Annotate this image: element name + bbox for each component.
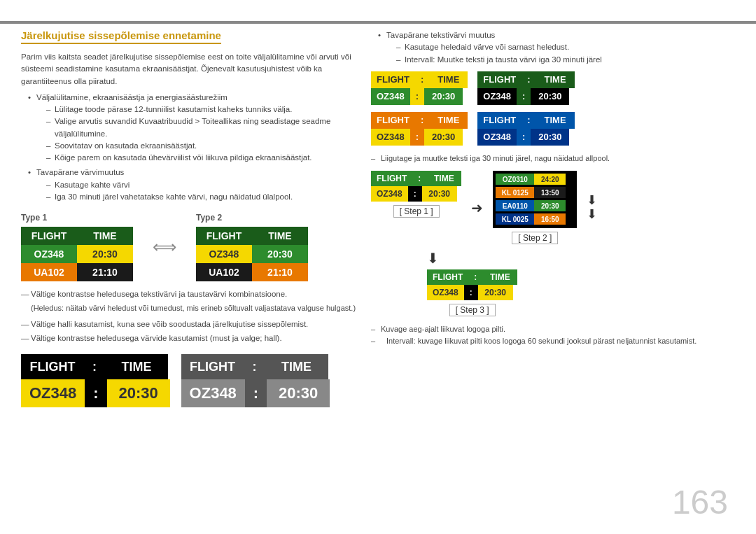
scroll-row-3: EA0110 20:30 <box>496 199 574 212</box>
gb-header-flight: FLIGHT <box>181 354 244 379</box>
gb-oz348: OZ348 <box>181 379 245 407</box>
s3-sep: : <box>464 285 478 300</box>
step2-block: OZ0310 24:20 KL 0125 13:50 EA0110 20:30 … <box>493 171 577 244</box>
rb4-h-time: TIME <box>536 112 575 129</box>
rb4-sep: : <box>517 129 531 146</box>
large-board-black: FLIGHT : TIME OZ348 : 20:30 <box>21 354 170 407</box>
rb1-h-flight: FLIGHT <box>371 71 415 88</box>
step1-board: FLIGHT : TIME OZ348 : 20:30 <box>371 171 461 202</box>
right-board-3: FLIGHT : TIME OZ348 : 20:30 <box>371 112 468 146</box>
step2-scroll-board: OZ0310 24:20 KL 0125 13:50 EA0110 20:30 … <box>493 171 577 228</box>
lb-header-flight: FLIGHT <box>21 354 84 379</box>
sub-list-2: Kasutage kahte värvi Iga 30 minuti järel… <box>36 179 357 204</box>
sc3-flight: EA0110 <box>496 200 534 211</box>
right-board-2: FLIGHT : TIME OZ348 : 20:30 <box>477 71 574 105</box>
right-bullet-1: Tavapärane tekstivärvi muutus Kasutage h… <box>379 29 735 66</box>
rb4-oz: OZ348 <box>477 129 517 146</box>
rb1-h-time: TIME <box>429 71 468 88</box>
step1-label: [ Step 1 ] <box>393 205 440 218</box>
type1-board: FLIGHT TIME OZ348 20:30 UA102 21:10 <box>21 227 133 281</box>
rb4-time: 20:30 <box>531 129 569 146</box>
section-title: Järelkujutise sissepõlemise ennetamine <box>21 29 221 44</box>
bottom-notes-right: Kuvage aeg-ajalt liikuvat logoga pilti. … <box>371 323 735 346</box>
fb2-header-flight: FLIGHT <box>196 227 252 245</box>
rb1-time: 20:30 <box>424 88 463 105</box>
right-sub-list: Kasutage heledaid värve või sarnast hele… <box>386 41 735 66</box>
intro-text: Parim viis kaitsta seadet järelkujutise … <box>21 51 357 87</box>
sc2-time: 13:50 <box>534 187 566 198</box>
right-board-1: FLIGHT : TIME OZ348 : 20:30 <box>371 71 468 105</box>
fb-2030-1: 20:30 <box>77 245 133 263</box>
lb-2030: 20:30 <box>107 379 170 407</box>
step3-label: [ Step 3 ] <box>449 304 496 316</box>
rb1-h-sep: : <box>415 71 429 88</box>
gb-sep: : <box>245 379 267 407</box>
type1-section: Type 1 FLIGHT TIME OZ348 20:30 UA102 21:… <box>21 213 133 281</box>
page-number: 163 <box>672 483 728 521</box>
gb-header-sep: : <box>244 354 265 379</box>
sc1-flight: OZ0310 <box>496 174 534 185</box>
right-bullet-list: Tavapärane tekstivärvi muutus Kasutage h… <box>371 29 735 66</box>
sub-item-2-2: Iga 30 minuti järel vahetatakse kahte vä… <box>46 191 357 203</box>
sc2-flight: KL 0125 <box>496 187 534 198</box>
lb-header-sep: : <box>84 354 105 379</box>
s1-time: 20:30 <box>422 186 457 202</box>
rb3-h-time: TIME <box>429 112 468 129</box>
left-column: Järelkujutise sissepõlemise ennetamine P… <box>21 29 357 506</box>
fb-2110-1: 21:10 <box>77 263 133 281</box>
fb-ua102-1: UA102 <box>21 263 77 281</box>
rb2-h-time: TIME <box>536 71 575 88</box>
type2-label: Type 2 <box>196 213 308 223</box>
right-sub-2: Intervall: Muutke teksti ja tausta värvi… <box>396 54 735 66</box>
gb-2030: 20:30 <box>267 379 330 407</box>
fb2-header-time: TIME <box>252 227 308 245</box>
rb2-h-sep: : <box>522 71 536 88</box>
type2-section: Type 2 FLIGHT TIME OZ348 20:30 UA102 21:… <box>196 213 308 281</box>
rb1-oz: OZ348 <box>371 88 410 105</box>
note-contrast-sub: (Heledus: näitab värvi heledust või tume… <box>21 302 357 314</box>
swap-arrow-icon: ⟺ <box>153 237 176 257</box>
s3-oz: OZ348 <box>427 285 464 300</box>
fb2-2110-1: 21:10 <box>252 263 308 281</box>
sub-item-2-1: Kasutage kahte värvi <box>46 179 357 191</box>
double-arrow-1: ⬇ <box>587 194 597 208</box>
type1-label: Type 1 <box>21 213 133 223</box>
sub-item-1-2: Valige arvutis suvandid Kuvaatribuudid >… <box>46 115 357 140</box>
large-board-gray: FLIGHT : TIME OZ348 : 20:30 <box>181 354 330 407</box>
logo-note: Kuvage aeg-ajalt liikuvat logoga pilti. <box>371 323 735 335</box>
rb2-oz: OZ348 <box>477 88 517 105</box>
step3-block: FLIGHT : TIME OZ348 : 20:30 [ Step 3 ] <box>427 269 517 316</box>
bullet-item-1: Väljalülitamine, ekraanisäästja ja energ… <box>29 92 357 164</box>
rb4-h-sep: : <box>522 112 536 129</box>
step3-board: FLIGHT : TIME OZ348 : 20:30 <box>427 269 517 300</box>
rb2-sep: : <box>517 88 531 105</box>
sub-item-1-1: Lülitage toode pärase 12-tunniilist kasu… <box>46 104 357 115</box>
fb-header-time: TIME <box>77 227 133 245</box>
steps-row: FLIGHT : TIME OZ348 : 20:30 [ Step 1 ] ➜ <box>371 171 735 244</box>
rb3-sep: : <box>410 129 424 146</box>
s1-oz: OZ348 <box>371 186 408 202</box>
step1-block: FLIGHT : TIME OZ348 : 20:30 [ Step 1 ] <box>371 171 461 218</box>
bullet-item-2: Tavapärane värvimuutus Kasutage kahte vä… <box>29 167 357 203</box>
right-sub-1: Kasutage heledaid värve või sarnast hele… <box>396 41 735 53</box>
sub-item-1-3: Soovitatav on kasutada ekraanisäästjat. <box>46 140 357 152</box>
sub-item-1-4: Kõige parem on kasutada ühevärviilist võ… <box>46 152 357 164</box>
type-boards-row: Type 1 FLIGHT TIME OZ348 20:30 UA102 21:… <box>21 213 357 281</box>
sc4-flight: KL 0025 <box>496 213 534 225</box>
scroll-row-1: OZ0310 24:20 <box>496 173 574 185</box>
double-arrow-2: ⬇ <box>587 208 597 222</box>
scroll-note: Liigutage ja muutke teksti iga 30 minuti… <box>371 153 735 164</box>
gb-header-time: TIME <box>265 354 328 379</box>
s1-sep: : <box>408 186 422 202</box>
sub-list-1: Lülitage toode pärase 12-tunniilist kasu… <box>36 104 357 164</box>
s3-h-flight: FLIGHT <box>427 269 468 285</box>
bullet-list: Väljalülitamine, ekraanisäästja ja energ… <box>21 92 357 203</box>
rb1-sep: : <box>410 88 424 105</box>
step2-double-arrow: ⬇ ⬇ <box>587 194 597 222</box>
s3-time: 20:30 <box>478 285 513 300</box>
note-gray: Vältige halli kasutamist, kuna see võib … <box>21 318 357 330</box>
rb2-time: 20:30 <box>531 88 569 105</box>
s3-h-time: TIME <box>482 269 517 285</box>
rb3-h-flight: FLIGHT <box>371 112 415 129</box>
s3-h-sep: : <box>468 269 482 285</box>
